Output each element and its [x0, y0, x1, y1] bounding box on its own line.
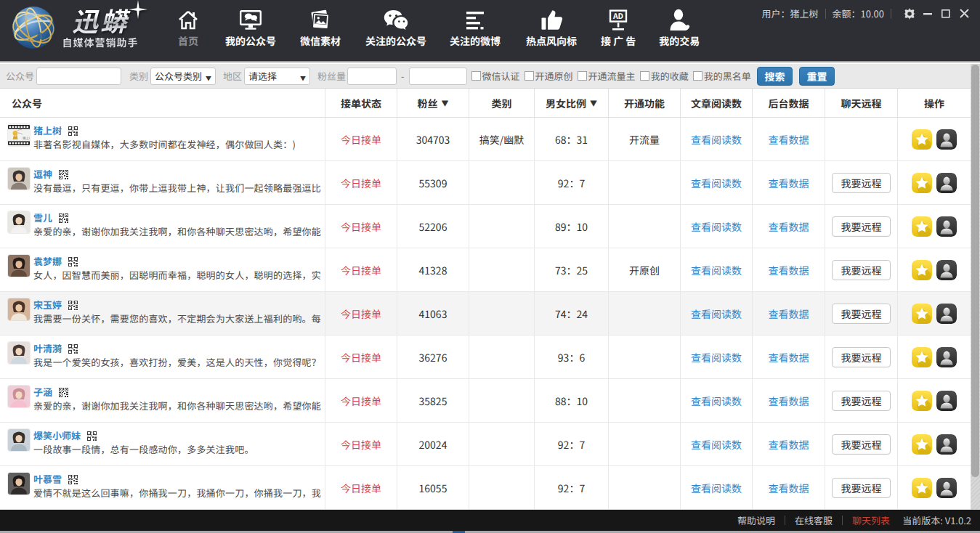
view-reads-link[interactable]: 查看阅读数 — [681, 379, 753, 423]
blacklist-person-button[interactable] — [936, 347, 957, 367]
column-header-5[interactable]: 开通功能 — [609, 89, 681, 117]
favorite-star-button[interactable] — [912, 478, 932, 498]
blacklist-person-button[interactable] — [936, 173, 957, 193]
remote-button[interactable]: 我要远程 — [832, 260, 891, 280]
favorite-star-button[interactable] — [912, 304, 932, 324]
favorite-star-button[interactable] — [912, 216, 932, 237]
view-data-link[interactable]: 查看数据 — [753, 335, 825, 379]
favorite-star-button[interactable] — [912, 434, 932, 455]
qr-code-icon[interactable] — [68, 473, 78, 484]
nav-item-material[interactable]: 微信素材 — [300, 9, 341, 46]
remote-button[interactable]: 我要远程 — [832, 304, 891, 324]
column-header-7[interactable]: 后台数据 — [753, 89, 825, 117]
blacklist-person-button[interactable] — [936, 216, 957, 237]
account-name-link[interactable]: 叶清漪 — [33, 343, 62, 354]
view-reads-link[interactable]: 查看阅读数 — [681, 118, 753, 161]
blacklist-person-button[interactable] — [936, 478, 957, 498]
checkbox-box[interactable] — [471, 71, 481, 81]
blacklist-person-button[interactable] — [936, 129, 957, 150]
remote-button[interactable]: 我要远程 — [832, 391, 891, 411]
view-data-link[interactable]: 查看数据 — [753, 248, 825, 292]
account-name-link[interactable]: 宋玉婷 — [33, 299, 62, 311]
nav-item-follow-mp[interactable]: 关注的公众号 — [365, 9, 426, 46]
account-name-link[interactable]: 爆笑小师妹 — [33, 430, 81, 442]
scrollbar-thumb[interactable] — [971, 65, 979, 477]
checkbox-box[interactable] — [640, 71, 649, 81]
favorite-star-button[interactable] — [912, 347, 932, 367]
account-name-link[interactable]: 逗神 — [33, 168, 52, 180]
view-reads-link[interactable]: 查看阅读数 — [681, 248, 753, 292]
fans-min-input[interactable] — [347, 68, 397, 85]
account-name-link[interactable]: 猪上树 — [33, 125, 62, 137]
checkbox-box[interactable] — [693, 71, 702, 81]
view-reads-link[interactable]: 查看阅读数 — [681, 161, 753, 205]
blacklist-person-button[interactable] — [936, 434, 957, 455]
column-header-8[interactable]: 聊天远程 — [825, 89, 898, 117]
view-data-link[interactable]: 查看数据 — [753, 423, 825, 466]
column-header-0[interactable]: 公众号 — [0, 89, 325, 117]
view-reads-link[interactable]: 查看阅读数 — [681, 335, 753, 379]
blacklist-person-button[interactable] — [936, 304, 957, 324]
nav-item-home[interactable]: 首页 — [177, 9, 199, 46]
nav-item-my-mp[interactable]: 我的公众号 — [225, 9, 276, 46]
category-select[interactable]: 公众号类别▼ — [150, 68, 216, 85]
view-data-link[interactable]: 查看数据 — [753, 466, 825, 510]
minimize-button[interactable] — [921, 7, 934, 20]
search-button[interactable]: 搜索 — [757, 67, 793, 86]
favorite-star-button[interactable] — [912, 391, 932, 411]
qr-code-icon[interactable] — [68, 256, 78, 266]
account-name-link[interactable]: 子涵 — [33, 386, 52, 398]
view-data-link[interactable]: 查看数据 — [753, 161, 825, 205]
qr-code-icon[interactable] — [68, 343, 78, 354]
online-service-link[interactable]: 在线客服 — [795, 513, 833, 527]
filter-checkbox[interactable]: 我的黑名单 — [693, 69, 751, 83]
qr-code-icon[interactable] — [86, 430, 97, 441]
chat-list-link[interactable]: 聊天列表 — [852, 513, 890, 527]
filter-checkbox[interactable]: 我的收藏 — [640, 69, 689, 83]
favorite-star-button[interactable] — [912, 173, 932, 193]
favorite-star-button[interactable] — [912, 129, 932, 150]
view-reads-link[interactable]: 查看阅读数 — [681, 423, 753, 466]
column-header-4[interactable]: 男女比例▼ — [535, 89, 609, 117]
account-name-link[interactable]: 叶慕雪 — [33, 473, 62, 485]
filter-checkbox[interactable]: 开通流量主 — [578, 69, 636, 83]
column-header-2[interactable]: 粉丝▼ — [397, 89, 469, 117]
qr-code-icon[interactable] — [58, 168, 69, 179]
view-data-link[interactable]: 查看数据 — [753, 379, 825, 423]
nav-item-follow-wb[interactable]: 关注的微博 — [450, 9, 501, 46]
qr-code-icon[interactable] — [68, 299, 78, 310]
column-header-9[interactable]: 操作 — [898, 89, 971, 117]
favorite-star-button[interactable] — [912, 260, 932, 280]
qr-code-icon[interactable] — [58, 212, 69, 223]
account-name-link[interactable]: 雪儿 — [33, 212, 52, 224]
settings-gear-icon[interactable] — [903, 7, 916, 20]
view-data-link[interactable]: 查看数据 — [753, 118, 825, 161]
remote-button[interactable]: 我要远程 — [832, 347, 891, 367]
view-reads-link[interactable]: 查看阅读数 — [681, 466, 753, 510]
region-select[interactable]: 请选择▼ — [244, 68, 310, 85]
remote-button[interactable]: 我要远程 — [832, 173, 891, 193]
column-header-1[interactable]: 接单状态 — [325, 89, 397, 117]
column-header-3[interactable]: 类别 — [469, 89, 535, 117]
checkbox-box[interactable] — [525, 71, 534, 81]
filter-checkbox[interactable]: 开通原创 — [525, 69, 573, 83]
remote-button[interactable]: 我要远程 — [832, 478, 891, 498]
qr-code-icon[interactable] — [68, 125, 78, 136]
view-data-link[interactable]: 查看数据 — [753, 205, 825, 248]
view-reads-link[interactable]: 查看阅读数 — [681, 205, 753, 248]
filter-checkbox[interactable]: 微信认证 — [471, 69, 520, 83]
remote-button[interactable]: 我要远程 — [832, 216, 891, 237]
qr-code-icon[interactable] — [58, 386, 69, 397]
maximize-button[interactable] — [939, 7, 952, 20]
blacklist-person-button[interactable] — [936, 391, 957, 411]
blacklist-person-button[interactable] — [936, 260, 957, 280]
column-header-6[interactable]: 文章阅读数 — [681, 89, 753, 117]
account-filter-input[interactable] — [36, 68, 121, 85]
remote-button[interactable]: 我要远程 — [832, 434, 891, 455]
checkbox-box[interactable] — [578, 71, 587, 81]
fans-max-input[interactable] — [409, 68, 467, 85]
view-data-link[interactable]: 查看数据 — [753, 292, 825, 335]
reset-button[interactable]: 重置 — [799, 67, 835, 86]
help-link[interactable]: 帮助说明 — [737, 513, 775, 527]
nav-item-hot[interactable]: 热点风向标 — [526, 9, 577, 46]
